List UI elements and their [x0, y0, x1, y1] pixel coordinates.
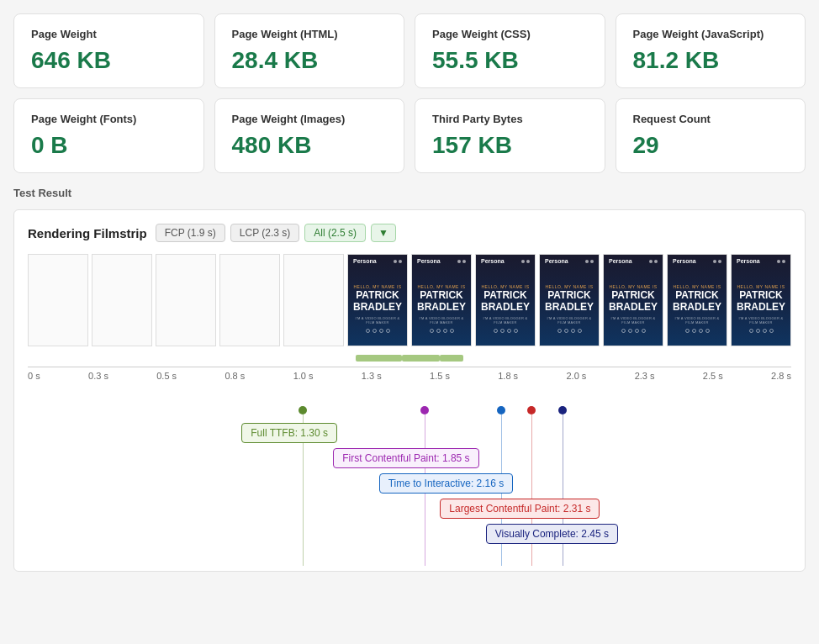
marker-dot-lcp-marker	[527, 406, 536, 414]
frame-persona-icon-2	[399, 260, 402, 263]
frame-persona-bar: Persona	[353, 258, 402, 264]
frame-persona-icons	[649, 260, 658, 263]
axis-label: 2.8 s	[771, 371, 791, 381]
frame-persona-name: Persona	[673, 258, 696, 264]
filmstrip-frame-5: Persona HELLO, MY NAME IS PatrickBradley…	[347, 254, 408, 346]
metric-value: 81.2 KB	[633, 47, 789, 74]
filmstrip-frame-11: Persona HELLO, MY NAME IS PatrickBradley…	[731, 254, 791, 346]
frame-social-icon-1	[366, 329, 370, 333]
frame-name: PatrickBradley	[417, 289, 466, 314]
markers-area	[28, 398, 791, 414]
metric-card-page-weight-html: Page Weight (HTML) 28.4 KB	[214, 13, 405, 88]
frame-persona-icon-1	[394, 260, 397, 263]
frame-name: PatrickBradley	[481, 289, 530, 314]
metric-value: 157 KB	[432, 132, 588, 159]
marker-dot-tti-marker	[497, 406, 505, 414]
frame-social-icon-4	[386, 329, 390, 333]
frame-persona-bar: Persona	[737, 258, 785, 264]
filmstrip-frame-2	[156, 254, 216, 346]
metric-value: 0 B	[31, 132, 187, 159]
axis-label: 1.5 s	[430, 371, 450, 381]
frame-content: Persona HELLO, MY NAME IS PatrickBradley…	[540, 255, 599, 346]
frame-social-icon-2	[436, 329, 441, 333]
frame-name: PatrickBradley	[353, 289, 402, 314]
frame-content: Persona HELLO, MY NAME IS PatrickBradley…	[476, 255, 535, 346]
frame-content: Persona HELLO, MY NAME IS PatrickBradley…	[412, 255, 471, 346]
frame-social	[621, 329, 646, 333]
timeline-axis: 0 s0.3 s0.5 s0.8 s1.0 s1.3 s1.5 s1.8 s2.…	[28, 367, 791, 381]
frame-persona-icon-1	[521, 260, 525, 263]
frame-persona-name: Persona	[609, 258, 632, 264]
frame-persona-icon-2	[782, 260, 785, 263]
frame-social-icon-4	[642, 329, 646, 333]
metric-card-third-party-bytes: Third Party Bytes 157 KB	[415, 98, 605, 173]
frame-tagline: I'M A VIDEO BLOGGER & FILM MAKER	[481, 316, 530, 325]
frame-persona-name: Persona	[353, 258, 377, 264]
frame-persona-icons	[521, 260, 530, 263]
metric-value: 29	[633, 132, 789, 159]
frame-social-icon-1	[749, 329, 753, 333]
metric-card-request-count: Request Count 29	[616, 98, 806, 173]
frame-social-icon-3	[507, 329, 511, 333]
metric-label: Page Weight	[31, 28, 187, 40]
frame-tagline: I'M A VIDEO BLOGGER & FILM MAKER	[353, 316, 402, 325]
frame-persona-name: Persona	[545, 258, 568, 264]
frame-tagline: I'M A VIDEO BLOGGER & FILM MAKER	[737, 316, 785, 325]
metric-label: Request Count	[633, 113, 789, 125]
dropdown-arrow[interactable]: ▼	[371, 224, 396, 242]
frame-persona-bar: Persona	[673, 258, 721, 264]
axis-label: 0.5 s	[156, 371, 177, 381]
frame-social-icon-3	[635, 329, 639, 333]
frame-social-icon-3	[379, 329, 383, 333]
filmstrip-badges: FCP (1.9 s) LCP (2.3 s) All (2.5 s) ▼	[156, 224, 396, 242]
frame-name: PatrickBradley	[737, 289, 785, 314]
frame-persona-icons	[457, 260, 466, 263]
frame-persona-name: Persona	[481, 258, 505, 264]
marker-dot-ttfb-marker	[299, 406, 307, 414]
lcp-badge[interactable]: LCP (2.3 s)	[230, 224, 299, 242]
axis-label: 1.0 s	[293, 371, 314, 381]
filmstrip-frame-4	[283, 254, 344, 346]
all-badge[interactable]: All (2.5 s)	[304, 224, 366, 242]
axis-label: 0.3 s	[88, 371, 108, 381]
frame-persona-icon-1	[649, 260, 653, 263]
test-result-section: Rendering Filmstrip FCP (1.9 s) LCP (2.3…	[13, 209, 806, 572]
frame-persona-icons	[394, 260, 402, 263]
frame-content: Persona HELLO, MY NAME IS PatrickBradley…	[668, 255, 727, 346]
frame-name: PatrickBradley	[673, 289, 721, 314]
annotation-time-to-interactive: Time to Interactive: 2.16 s	[379, 473, 514, 494]
frame-name: PatrickBradley	[609, 289, 658, 314]
frame-social-icon-2	[564, 329, 568, 333]
annotation-visually-complete: Visually Complete: 2.45 s	[486, 524, 618, 544]
fcp-badge[interactable]: FCP (1.9 s)	[156, 224, 225, 242]
frame-persona-icon-2	[526, 260, 530, 263]
timeline-segment-3	[440, 355, 462, 362]
frame-persona-icon-2	[718, 260, 721, 263]
frame-tagline: I'M A VIDEO BLOGGER & FILM MAKER	[609, 316, 658, 325]
metric-label: Page Weight (Fonts)	[31, 113, 187, 125]
axis-label: 0.8 s	[225, 371, 245, 381]
metric-card-page-weight-js: Page Weight (JavaScript) 81.2 KB	[616, 13, 806, 88]
axis-label: 2.3 s	[635, 371, 655, 381]
frame-social	[557, 329, 582, 333]
metric-card-page-weight-images: Page Weight (Images) 480 KB	[214, 98, 405, 173]
frame-persona-icons	[585, 260, 594, 263]
frame-persona-icon-2	[654, 260, 658, 263]
frame-social-icon-3	[763, 329, 767, 333]
frame-social-icon-4	[578, 329, 582, 333]
frame-social-icon-1	[494, 329, 498, 333]
frame-social-icon-3	[443, 329, 447, 333]
filmstrip-frame-3	[219, 254, 280, 346]
marker-dot-fcp-marker	[420, 406, 429, 414]
filmstrip-frame-8: Persona HELLO, MY NAME IS PatrickBradley…	[539, 254, 600, 346]
frame-tagline: I'M A VIDEO BLOGGER & FILM MAKER	[417, 316, 466, 325]
frame-persona-icon-2	[462, 260, 466, 263]
metrics-grid: Page Weight 646 KB Page Weight (HTML) 28…	[0, 0, 819, 187]
marker-dot-vc-marker	[558, 406, 567, 414]
timeline-segment-2	[402, 355, 440, 362]
filmstrip-frame-6: Persona HELLO, MY NAME IS PatrickBradley…	[411, 254, 472, 346]
metric-value: 480 KB	[232, 132, 388, 159]
metric-card-page-weight-css: Page Weight (CSS) 55.5 KB	[415, 13, 605, 88]
frame-content: Persona HELLO, MY NAME IS PatrickBradley…	[604, 255, 663, 346]
frame-tagline: I'M A VIDEO BLOGGER & FILM MAKER	[545, 316, 594, 325]
